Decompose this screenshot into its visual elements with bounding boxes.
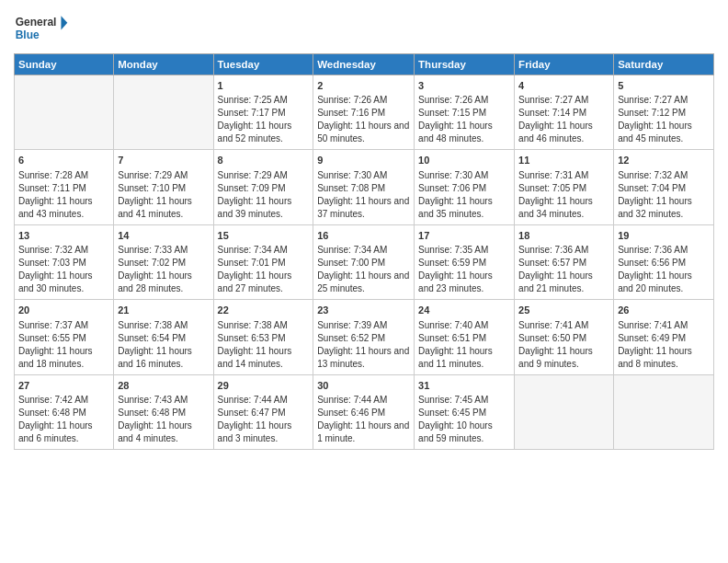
day-number: 7 xyxy=(118,154,209,167)
day-detail: Sunrise: 7:26 AM Sunset: 7:16 PM Dayligh… xyxy=(317,94,410,145)
header-monday: Monday xyxy=(114,54,213,75)
calendar-cell-2-5: 18Sunrise: 7:36 AM Sunset: 6:57 PM Dayli… xyxy=(515,224,614,299)
calendar-cell-4-4: 31Sunrise: 7:45 AM Sunset: 6:45 PM Dayli… xyxy=(415,374,515,449)
calendar-cell-1-1: 7Sunrise: 7:29 AM Sunset: 7:10 PM Daylig… xyxy=(114,150,213,224)
calendar-cell-4-2: 29Sunrise: 7:44 AM Sunset: 6:47 PM Dayli… xyxy=(213,374,313,449)
calendar-cell-2-4: 17Sunrise: 7:35 AM Sunset: 6:59 PM Dayli… xyxy=(415,224,515,299)
day-detail: Sunrise: 7:36 AM Sunset: 6:56 PM Dayligh… xyxy=(618,244,710,295)
day-detail: Sunrise: 7:34 AM Sunset: 7:01 PM Dayligh… xyxy=(218,244,310,295)
day-detail: Sunrise: 7:32 AM Sunset: 7:03 PM Dayligh… xyxy=(18,244,109,295)
day-number: 29 xyxy=(218,379,310,393)
day-number: 3 xyxy=(418,79,510,93)
header-sunday: Sunday xyxy=(15,54,114,75)
day-detail: Sunrise: 7:44 AM Sunset: 6:46 PM Dayligh… xyxy=(317,394,410,445)
day-number: 18 xyxy=(518,229,609,243)
day-detail: Sunrise: 7:27 AM Sunset: 7:14 PM Dayligh… xyxy=(518,94,609,145)
calendar-cell-2-2: 15Sunrise: 7:34 AM Sunset: 7:01 PM Dayli… xyxy=(213,224,313,299)
calendar-cell-2-3: 16Sunrise: 7:34 AM Sunset: 7:00 PM Dayli… xyxy=(313,224,415,299)
day-detail: Sunrise: 7:44 AM Sunset: 6:47 PM Dayligh… xyxy=(218,394,310,445)
day-detail: Sunrise: 7:45 AM Sunset: 6:45 PM Dayligh… xyxy=(418,394,510,445)
header-wednesday: Wednesday xyxy=(313,54,415,75)
week-row-5: 27Sunrise: 7:42 AM Sunset: 6:48 PM Dayli… xyxy=(15,374,714,449)
calendar-cell-0-6: 5Sunrise: 7:27 AM Sunset: 7:12 PM Daylig… xyxy=(614,75,714,150)
day-number: 25 xyxy=(518,304,609,317)
day-number: 14 xyxy=(118,229,209,243)
day-number: 22 xyxy=(218,304,310,317)
day-detail: Sunrise: 7:35 AM Sunset: 6:59 PM Dayligh… xyxy=(418,244,510,295)
day-number: 13 xyxy=(18,229,109,243)
calendar-table: SundayMondayTuesdayWednesdayThursdayFrid… xyxy=(14,53,714,450)
day-detail: Sunrise: 7:38 AM Sunset: 6:54 PM Dayligh… xyxy=(118,319,209,371)
calendar-cell-4-3: 30Sunrise: 7:44 AM Sunset: 6:46 PM Dayli… xyxy=(313,374,415,449)
calendar-header-row: SundayMondayTuesdayWednesdayThursdayFrid… xyxy=(15,54,714,75)
day-detail: Sunrise: 7:37 AM Sunset: 6:55 PM Dayligh… xyxy=(18,319,109,371)
week-row-1: 1Sunrise: 7:25 AM Sunset: 7:17 PM Daylig… xyxy=(15,75,714,150)
day-number: 2 xyxy=(317,79,410,93)
day-detail: Sunrise: 7:28 AM Sunset: 7:11 PM Dayligh… xyxy=(18,169,109,221)
calendar-cell-1-2: 8Sunrise: 7:29 AM Sunset: 7:09 PM Daylig… xyxy=(213,150,313,224)
day-number: 9 xyxy=(317,154,410,167)
day-number: 10 xyxy=(418,154,510,167)
calendar-cell-0-5: 4Sunrise: 7:27 AM Sunset: 7:14 PM Daylig… xyxy=(515,75,614,150)
header-saturday: Saturday xyxy=(614,54,714,75)
day-detail: Sunrise: 7:25 AM Sunset: 7:17 PM Dayligh… xyxy=(218,94,310,145)
day-detail: Sunrise: 7:34 AM Sunset: 7:00 PM Dayligh… xyxy=(317,244,410,295)
day-number: 26 xyxy=(618,304,710,317)
day-detail: Sunrise: 7:39 AM Sunset: 6:52 PM Dayligh… xyxy=(317,319,410,371)
calendar-cell-2-0: 13Sunrise: 7:32 AM Sunset: 7:03 PM Dayli… xyxy=(15,224,114,299)
calendar-cell-0-1 xyxy=(114,75,213,150)
day-number: 31 xyxy=(418,379,510,393)
day-detail: Sunrise: 7:42 AM Sunset: 6:48 PM Dayligh… xyxy=(18,394,109,445)
day-detail: Sunrise: 7:41 AM Sunset: 6:50 PM Dayligh… xyxy=(518,319,609,371)
day-detail: Sunrise: 7:29 AM Sunset: 7:10 PM Dayligh… xyxy=(118,169,209,221)
calendar-cell-3-2: 22Sunrise: 7:38 AM Sunset: 6:53 PM Dayli… xyxy=(213,300,313,374)
calendar-cell-2-1: 14Sunrise: 7:33 AM Sunset: 7:02 PM Dayli… xyxy=(114,224,213,299)
day-detail: Sunrise: 7:26 AM Sunset: 7:15 PM Dayligh… xyxy=(418,94,510,145)
header-thursday: Thursday xyxy=(415,54,515,75)
day-number: 17 xyxy=(418,229,510,243)
day-number: 20 xyxy=(18,304,109,317)
day-number: 15 xyxy=(218,229,310,243)
day-detail: Sunrise: 7:40 AM Sunset: 6:51 PM Dayligh… xyxy=(418,319,510,371)
calendar-cell-1-4: 10Sunrise: 7:30 AM Sunset: 7:06 PM Dayli… xyxy=(415,150,515,224)
calendar-cell-3-6: 26Sunrise: 7:41 AM Sunset: 6:49 PM Dayli… xyxy=(614,300,714,374)
logo-svg: General Blue xyxy=(14,9,69,46)
calendar-cell-3-5: 25Sunrise: 7:41 AM Sunset: 6:50 PM Dayli… xyxy=(515,300,614,374)
calendar-cell-1-3: 9Sunrise: 7:30 AM Sunset: 7:08 PM Daylig… xyxy=(313,150,415,224)
header-tuesday: Tuesday xyxy=(213,54,313,75)
day-number: 23 xyxy=(317,304,410,317)
day-number: 1 xyxy=(218,79,310,93)
calendar-cell-1-0: 6Sunrise: 7:28 AM Sunset: 7:11 PM Daylig… xyxy=(15,150,114,224)
day-detail: Sunrise: 7:41 AM Sunset: 6:49 PM Dayligh… xyxy=(618,319,710,371)
calendar-cell-0-0 xyxy=(15,75,114,150)
header: General Blue xyxy=(14,9,714,46)
week-row-3: 13Sunrise: 7:32 AM Sunset: 7:03 PM Dayli… xyxy=(15,224,714,299)
day-detail: Sunrise: 7:27 AM Sunset: 7:12 PM Dayligh… xyxy=(618,94,710,145)
svg-marker-1 xyxy=(61,16,67,29)
day-detail: Sunrise: 7:38 AM Sunset: 6:53 PM Dayligh… xyxy=(218,319,310,371)
calendar-cell-0-3: 2Sunrise: 7:26 AM Sunset: 7:16 PM Daylig… xyxy=(313,75,415,150)
day-detail: Sunrise: 7:31 AM Sunset: 7:05 PM Dayligh… xyxy=(518,169,609,221)
day-number: 24 xyxy=(418,304,510,317)
day-number: 28 xyxy=(118,379,209,393)
day-detail: Sunrise: 7:36 AM Sunset: 6:57 PM Dayligh… xyxy=(518,244,609,295)
day-detail: Sunrise: 7:32 AM Sunset: 7:04 PM Dayligh… xyxy=(618,169,710,221)
calendar-cell-4-6 xyxy=(614,374,714,449)
week-row-4: 20Sunrise: 7:37 AM Sunset: 6:55 PM Dayli… xyxy=(15,300,714,374)
day-number: 27 xyxy=(18,379,109,393)
calendar-cell-2-6: 19Sunrise: 7:36 AM Sunset: 6:56 PM Dayli… xyxy=(614,224,714,299)
calendar-cell-1-6: 12Sunrise: 7:32 AM Sunset: 7:04 PM Dayli… xyxy=(614,150,714,224)
day-number: 19 xyxy=(618,229,710,243)
day-number: 11 xyxy=(518,154,609,167)
calendar-cell-0-2: 1Sunrise: 7:25 AM Sunset: 7:17 PM Daylig… xyxy=(213,75,313,150)
svg-text:Blue: Blue xyxy=(16,29,40,41)
logo: General Blue xyxy=(14,9,69,46)
calendar-cell-3-1: 21Sunrise: 7:38 AM Sunset: 6:54 PM Dayli… xyxy=(114,300,213,374)
day-number: 8 xyxy=(218,154,310,167)
day-detail: Sunrise: 7:30 AM Sunset: 7:08 PM Dayligh… xyxy=(317,169,410,221)
page: General Blue SundayMondayTuesdayWednesda… xyxy=(0,0,728,563)
calendar-cell-4-1: 28Sunrise: 7:43 AM Sunset: 6:48 PM Dayli… xyxy=(114,374,213,449)
svg-text:General: General xyxy=(16,16,57,29)
header-friday: Friday xyxy=(515,54,614,75)
week-row-2: 6Sunrise: 7:28 AM Sunset: 7:11 PM Daylig… xyxy=(15,150,714,224)
